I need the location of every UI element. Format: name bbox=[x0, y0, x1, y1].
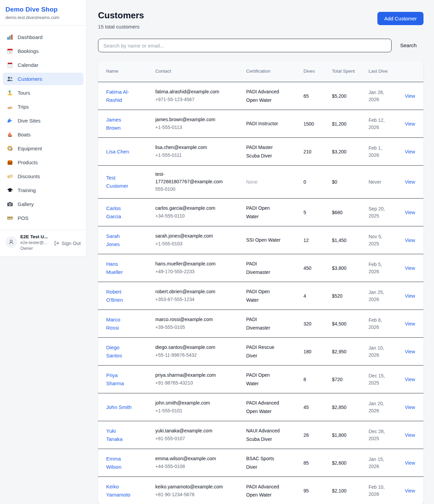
table-row: Lisa Chen lisa.chen@example.com +1-555-0… bbox=[98, 138, 423, 166]
dives-cell: 12 bbox=[303, 238, 332, 243]
search-input[interactable] bbox=[98, 39, 392, 52]
shop-title: Demo Dive Shop bbox=[5, 6, 81, 13]
customer-name-link[interactable]: Yuki Tanaka bbox=[106, 427, 136, 443]
total-spent-cell: $5,200 bbox=[332, 93, 369, 99]
customer-name-link[interactable]: Keiko Yamamoto bbox=[106, 483, 136, 499]
customers-icon bbox=[7, 76, 13, 82]
sidebar-item-calendar[interactable]: Calendar bbox=[3, 59, 83, 71]
customer-name-link[interactable]: John Smith bbox=[106, 403, 136, 411]
user-info: E2E Test U... e2e-tester@... Owner bbox=[20, 234, 50, 251]
page-header: Customers 15 total customers Add Custome… bbox=[98, 10, 423, 30]
customer-email: james.brown@example.com bbox=[155, 116, 223, 124]
sidebar: Demo Dive Shop demo.test.divestreams.com… bbox=[0, 0, 86, 257]
table-row: Fatima Al-Rashid fatima.alrashid@example… bbox=[98, 82, 423, 110]
customer-email: carlos.garcia@example.com bbox=[155, 205, 223, 212]
view-link[interactable]: View bbox=[405, 405, 418, 410]
sidebar-item-bookings[interactable]: 17 Bookings bbox=[3, 45, 83, 57]
dives-cell: 85 bbox=[303, 460, 332, 466]
add-customer-button[interactable]: Add Customer bbox=[377, 12, 423, 25]
view-link[interactable]: View bbox=[405, 293, 418, 299]
sidebar-item-discounts[interactable]: Discounts bbox=[3, 170, 83, 183]
customer-email: fatima.alrashid@example.com bbox=[155, 88, 223, 96]
view-link[interactable]: View bbox=[405, 265, 418, 271]
sidebar-item-label: Trips bbox=[18, 104, 29, 110]
view-link[interactable]: View bbox=[405, 210, 418, 215]
customer-name-link[interactable]: Marco Rossi bbox=[106, 316, 136, 332]
equipment-icon bbox=[7, 145, 13, 152]
sidebar-item-equipment[interactable]: Equipment bbox=[3, 142, 83, 155]
column-header: Certification bbox=[246, 68, 294, 75]
table-row: Keiko Yamamoto keiko.yamamoto@example.co… bbox=[98, 477, 423, 504]
sidebar-item-products[interactable]: Products bbox=[3, 156, 83, 169]
sidebar-item-pos[interactable]: POS bbox=[3, 212, 83, 224]
customer-name-link[interactable]: Sarah Jones bbox=[106, 232, 136, 248]
view-link[interactable]: View bbox=[405, 349, 418, 354]
contact-cell: fatima.alrashid@example.com +971-55-123-… bbox=[155, 88, 246, 103]
customer-name-link[interactable]: Lisa Chen bbox=[106, 148, 136, 156]
view-link[interactable]: View bbox=[405, 321, 418, 326]
customer-phone: +81-90-1234-5678 bbox=[155, 491, 243, 499]
sidebar-item-gallery[interactable]: Gallery bbox=[3, 198, 83, 210]
customer-email: keiko.yamamoto@example.com bbox=[155, 483, 223, 491]
view-link[interactable]: View bbox=[405, 238, 418, 243]
view-link[interactable]: View bbox=[405, 121, 418, 127]
sidebar-item-dive-sites[interactable]: Dive Sites bbox=[3, 114, 83, 127]
certification-cell: PADI Rescue Diver bbox=[246, 343, 285, 360]
dashboard-icon bbox=[7, 34, 13, 40]
column-header: Total Spent bbox=[332, 68, 359, 75]
customer-name-link[interactable]: Carlos Garcia bbox=[106, 204, 136, 221]
contact-cell: robert.obrien@example.com +353-87-555-12… bbox=[155, 288, 246, 303]
sidebar-item-dashboard[interactable]: Dashboard bbox=[3, 31, 83, 43]
customer-name-link[interactable]: Diego Santos bbox=[106, 343, 136, 360]
customer-name-link[interactable]: James Brown bbox=[106, 116, 136, 132]
sidebar-item-boats[interactable]: Boats bbox=[3, 128, 83, 141]
customer-name-link[interactable]: Emma Wilson bbox=[106, 455, 136, 471]
view-link[interactable]: View bbox=[405, 432, 418, 438]
customer-email: diego.santos@example.com bbox=[155, 344, 223, 351]
customer-name-link[interactable]: Priya Sharma bbox=[106, 371, 136, 388]
tours-icon bbox=[7, 90, 13, 96]
sidebar-item-label: Bookings bbox=[18, 48, 39, 54]
view-link[interactable]: View bbox=[405, 179, 418, 185]
dives-cell: 45 bbox=[303, 405, 332, 410]
products-icon bbox=[7, 159, 13, 166]
view-link[interactable]: View bbox=[405, 488, 418, 493]
last-dive-cell: Jan 25, 2026 bbox=[369, 289, 390, 303]
view-link[interactable]: View bbox=[405, 377, 418, 382]
total-spent-cell: $2,950 bbox=[332, 349, 369, 354]
table-row: Sarah Jones sarah.jones@example.com +1-5… bbox=[98, 226, 423, 254]
view-link[interactable]: View bbox=[405, 460, 418, 466]
view-link[interactable]: View bbox=[405, 149, 418, 154]
view-link[interactable]: View bbox=[405, 93, 418, 99]
sidebar-item-trips[interactable]: Trips bbox=[3, 100, 83, 113]
sidebar-item-customers[interactable]: Customers bbox=[3, 73, 83, 85]
total-spent-cell: $0 bbox=[332, 179, 369, 185]
user-role: Owner bbox=[20, 246, 50, 251]
sidebar-item-label: Equipment bbox=[18, 146, 42, 151]
last-dive-cell: Feb 5, 2026 bbox=[369, 261, 390, 275]
user-name: E2E Test U... bbox=[20, 234, 50, 239]
sign-out-button[interactable]: Sign Out bbox=[54, 240, 81, 246]
customer-name-link[interactable]: Robert O'Brien bbox=[106, 288, 136, 304]
sidebar-user-panel: E2E Test U... e2e-tester@... Owner Sign … bbox=[0, 230, 86, 256]
customer-email: lisa.chen@example.com bbox=[155, 144, 223, 151]
column-header: Name bbox=[106, 68, 133, 75]
customer-name-link[interactable]: Hans Mueller bbox=[106, 260, 136, 276]
customer-phone: +1-555-0113 bbox=[155, 124, 243, 131]
last-dive-cell: Jan 10, 2026 bbox=[369, 344, 390, 359]
sidebar-item-label: POS bbox=[18, 215, 28, 221]
search-button[interactable]: Search bbox=[392, 42, 423, 49]
sidebar-item-training[interactable]: Training bbox=[3, 184, 83, 197]
customer-phone: +1-555-0111 bbox=[155, 152, 243, 159]
contact-cell: keiko.yamamoto@example.com +81-90-1234-5… bbox=[155, 483, 246, 498]
last-dive-cell: Jan 15, 2026 bbox=[369, 456, 390, 470]
sidebar-item-label: Dive Sites bbox=[18, 118, 41, 124]
customer-name-link[interactable]: Fatima Al-Rashid bbox=[106, 88, 136, 104]
contact-cell: test-1772681807767@example.com 555-0100 bbox=[155, 171, 246, 193]
sign-out-label: Sign Out bbox=[62, 241, 81, 246]
main-content: Customers 15 total customers Add Custome… bbox=[86, 0, 434, 504]
customer-phone: +49-170-555-2233 bbox=[155, 268, 243, 276]
sidebar-item-tours[interactable]: Tours bbox=[3, 87, 83, 99]
customer-name-link[interactable]: Test Customer bbox=[106, 174, 136, 190]
certification-cell: PADI Open Water bbox=[246, 204, 285, 221]
